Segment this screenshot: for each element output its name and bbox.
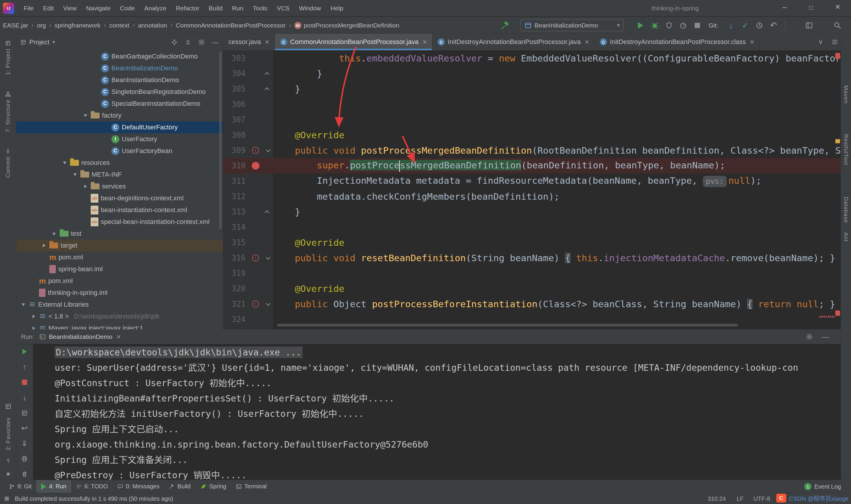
fold-down-icon[interactable]: [262, 149, 273, 152]
stop-run-button[interactable]: [19, 377, 30, 388]
menu-vcs[interactable]: VCS: [272, 0, 294, 17]
breadcrumb-item-CommonAnnotationBeanPostProcessor[interactable]: CommonAnnotationBeanPostProcessor: [176, 22, 286, 29]
override-marker-icon[interactable]: ↑: [249, 147, 262, 154]
toolwindow-button-4: Run[interactable]: 4: Run: [36, 480, 71, 493]
tree-item-spring-bean.iml[interactable]: spring-bean.iml: [16, 263, 223, 275]
soft-wrap-button[interactable]: ↩: [19, 422, 30, 434]
menu-build[interactable]: Build: [204, 0, 227, 17]
chevron-right-icon[interactable]: [51, 232, 57, 235]
menu-analyze[interactable]: Analyze: [140, 0, 171, 17]
tree-item-pom.xml[interactable]: mpom.xml: [16, 275, 223, 287]
line-number[interactable]: 303: [223, 54, 249, 62]
menu-code[interactable]: Code: [115, 0, 140, 17]
close-icon[interactable]: ×: [585, 38, 589, 46]
project-scrollbar[interactable]: [219, 52, 222, 229]
hammer-icon[interactable]: [499, 19, 512, 31]
line-number[interactable]: 307: [223, 115, 249, 124]
chevron-right-icon[interactable]: [83, 185, 88, 188]
menu-view[interactable]: View: [58, 0, 81, 17]
tree-item-SingletonBeanRegistrationDemo[interactable]: CSingletonBeanRegistrationDemo: [16, 86, 223, 98]
line-ending-indicator[interactable]: LF: [737, 493, 743, 504]
git-update-icon[interactable]: ↓: [725, 19, 738, 31]
line-number[interactable]: 313: [223, 208, 249, 216]
chevron-right-icon[interactable]: [31, 314, 37, 318]
locate-icon[interactable]: [171, 39, 178, 46]
menu-navigate[interactable]: Navigate: [81, 0, 115, 17]
tree-item-services[interactable]: services: [16, 180, 223, 192]
menu-help[interactable]: Help: [326, 0, 348, 17]
stripe-button-Commit[interactable]: Commit: [5, 148, 11, 178]
editor-tab-InitDestroyAnnotationBeanPostProcessor.java[interactable]: CInitDestroyAnnotationBeanPostProcessor.…: [432, 34, 595, 50]
line-number[interactable]: 316: [223, 253, 249, 262]
stripe-button-RestfulTool[interactable]: RestfulTool: [843, 134, 849, 165]
menu-edit[interactable]: Edit: [38, 0, 58, 17]
tree-item-bean-deginitions-context.xml[interactable]: </>bean-deginitions-context.xml: [16, 192, 223, 204]
fold-down-icon[interactable]: [262, 303, 273, 306]
maximize-button[interactable]: □: [798, 0, 825, 17]
toolwindow-button-0: Messages[interactable]: 0: Messages: [113, 480, 164, 493]
git-rollback-icon[interactable]: ↶: [767, 19, 780, 31]
stripe-button-7: Structure[interactable]: 7: Structure: [5, 91, 11, 132]
breadcrumb-item-annotation[interactable]: annotation: [138, 22, 167, 29]
encoding-indicator[interactable]: UTF-8: [754, 493, 770, 504]
menu-refactor[interactable]: Refactor: [171, 0, 204, 17]
tree-item-SpecialBeanInstantiationDemo[interactable]: CSpecialBeanInstantiationDemo: [16, 98, 223, 110]
chevron-down-icon[interactable]: [72, 174, 78, 176]
star-icon[interactable]: ★: [6, 471, 11, 477]
error-stripe-mark[interactable]: [835, 53, 840, 59]
tree-item-thinking-in-spring.iml[interactable]: thinking-in-spring.iml: [16, 287, 223, 299]
restore-layout-icon[interactable]: [5, 403, 12, 410]
line-number[interactable]: 312: [223, 192, 249, 201]
stripe-button-Ant[interactable]: Ant: [843, 232, 849, 242]
close-icon[interactable]: ×: [116, 332, 121, 341]
clear-button[interactable]: [19, 469, 30, 480]
tree-item-bean-instantiation-context.xml[interactable]: </>bean-instantiation-context.xml: [16, 204, 223, 216]
menu-run[interactable]: Run: [227, 0, 248, 17]
breadcrumb-item-postProcessMergedBeanDefinition[interactable]: mpostProcessMergedBeanDefinition: [294, 22, 399, 29]
line-number[interactable]: 319: [223, 269, 249, 278]
close-button[interactable]: ×: [825, 0, 851, 17]
up-stack-button[interactable]: ↑: [19, 361, 30, 373]
tree-item-BeanInstantiationDemo[interactable]: CBeanInstantiationDemo: [16, 74, 223, 86]
minimize-button[interactable]: –: [771, 0, 798, 17]
profiler-icon[interactable]: [677, 19, 690, 31]
fold-down-icon[interactable]: [262, 256, 273, 260]
tree-item-pom.xml[interactable]: mpom.xml: [16, 251, 223, 263]
line-number[interactable]: 308: [223, 130, 249, 140]
caret-position[interactable]: 310:24: [708, 493, 726, 504]
run-config-select[interactable]: BeanInitializationDemo ▾: [521, 19, 623, 31]
chevron-down-icon[interactable]: ▾: [52, 40, 55, 45]
menu-window[interactable]: Window: [294, 0, 326, 17]
line-number[interactable]: 310: [223, 161, 249, 170]
stop-icon[interactable]: [691, 19, 704, 31]
editor-tab-CommonAnnotationBeanPostProcessor.java[interactable]: CCommonAnnotationBeanPostProcessor.java×: [275, 34, 432, 50]
tree-item-UserFactory[interactable]: IUserFactory: [16, 133, 223, 145]
scroll-end-button[interactable]: ⇓: [19, 438, 30, 449]
tab-list-icon[interactable]: [828, 36, 841, 48]
project-panel-title[interactable]: Project: [29, 38, 49, 46]
tree-item-target[interactable]: target: [16, 239, 223, 251]
warning-stripe-mark[interactable]: [835, 139, 840, 143]
run-console-tab[interactable]: BeanInitializationDemo ×: [39, 332, 121, 341]
close-icon[interactable]: ×: [422, 38, 427, 46]
rerun-button[interactable]: [19, 346, 30, 357]
breadcrumb-item-springframework[interactable]: springframework: [55, 22, 101, 29]
print-button[interactable]: [19, 453, 30, 464]
search-icon[interactable]: [831, 19, 844, 31]
chevron-right-icon[interactable]: [31, 326, 37, 329]
hide-icon[interactable]: —: [212, 39, 219, 46]
menu-tools[interactable]: Tools: [248, 0, 272, 17]
editor-horizontal-scrollbar[interactable]: [277, 324, 738, 326]
breakpoint-icon[interactable]: [249, 162, 262, 169]
debug-bug-icon[interactable]: [648, 19, 661, 31]
breadcrumb-item-EASE.jar[interactable]: EASE.jar: [3, 22, 28, 29]
menu-file[interactable]: File: [19, 0, 38, 17]
stripe-button-Database[interactable]: Database: [843, 197, 849, 223]
line-number[interactable]: 321: [223, 300, 249, 308]
tree-item-< 1.8 >[interactable]: < 1.8 >D:\workspace\devtools\jdk\jdk: [16, 310, 223, 322]
tree-item-External Libraries[interactable]: External Libraries: [16, 299, 223, 310]
override-marker-icon[interactable]: ↑: [249, 254, 262, 262]
tree-item-DefaultUserFactory[interactable]: CDefaultUserFactory: [16, 122, 223, 133]
line-number[interactable]: 324: [223, 315, 249, 324]
tree-item-test[interactable]: test: [16, 228, 223, 239]
